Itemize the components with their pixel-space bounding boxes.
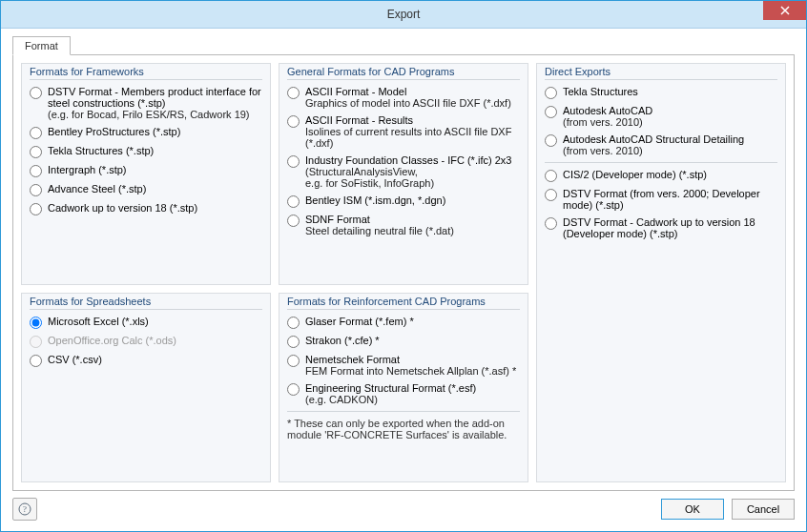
radio-input[interactable] [30, 127, 42, 139]
group-spreadsheets: Formats for Spreadsheets Microsoft Excel… [21, 293, 271, 483]
radio-esf[interactable]: Engineering Structural Format (*.esf) (e… [287, 382, 520, 405]
group-title-cad: General Formats for CAD Programs [287, 66, 520, 80]
radio-label: Microsoft Excel (*.xls) [48, 316, 149, 327]
radio-csv[interactable]: CSV (*.csv) [30, 354, 262, 367]
radio-input[interactable] [30, 184, 42, 196]
svg-text:?: ? [23, 504, 27, 514]
radio-sublabel: (from vers. 2010) [563, 116, 652, 128]
radio-intergraph[interactable]: Intergraph (*.stp) [30, 164, 262, 177]
radio-label: Autodesk AutoCAD [563, 105, 652, 116]
radio-sdnf[interactable]: SDNF Format Steel detailing neutral file… [287, 214, 520, 236]
radio-label: Glaser Format (*.fem) * [305, 316, 414, 327]
reinforcement-footnote: * These can only be exported when the ad… [287, 411, 520, 440]
radio-input[interactable] [545, 87, 557, 99]
window-title: Export [1, 1, 806, 28]
radio-input[interactable] [287, 215, 300, 227]
radio-bentley-prostructures[interactable]: Bentley ProStructures (*.stp) [30, 126, 262, 139]
tab-strip: Format [12, 36, 795, 55]
button-bar: ? OK Cancel [12, 491, 795, 527]
radio-sublabel: (e.g. CADKON) [305, 394, 476, 405]
radio-label: DSTV Format - Members product interface … [48, 86, 262, 109]
radio-autocad[interactable]: Autodesk AutoCAD (from vers. 2010) [545, 105, 777, 128]
radio-input[interactable] [545, 106, 557, 118]
tab-format[interactable]: Format [12, 36, 71, 55]
radio-dstv-members-input[interactable] [30, 87, 42, 99]
radio-excel[interactable]: Microsoft Excel (*.xls) [30, 316, 262, 329]
radio-input[interactable] [545, 217, 557, 230]
radio-input[interactable] [30, 146, 42, 158]
radio-label: Autodesk AutoCAD Structural Detailing [563, 133, 744, 145]
radio-label: Cadwork up to version 18 (*.stp) [48, 202, 197, 214]
radio-label: CIS/2 (Developer mode) (*.stp) [563, 169, 707, 180]
radio-dstv-cadwork-dev[interactable]: DSTV Format - Cadwork up to version 18 (… [545, 216, 777, 239]
radio-label: SDNF Format [305, 214, 454, 225]
radio-input[interactable] [545, 134, 557, 147]
group-cad: General Formats for CAD Programs ASCII F… [279, 63, 528, 285]
client-area: Format Formats for Frameworks DSTV Forma… [1, 29, 806, 531]
close-button[interactable] [763, 1, 806, 20]
radio-label: Strakon (*.cfe) * [305, 335, 380, 346]
radio-label: Bentley ISM (*.ism.dgn, *.dgn) [305, 194, 445, 206]
help-button[interactable]: ? [12, 498, 37, 521]
group-title-direct: Direct Exports [545, 66, 777, 80]
radio-dstv-members[interactable]: DSTV Format - Members product interface … [30, 86, 262, 120]
radio-input[interactable] [30, 317, 42, 329]
radio-dstv-2000[interactable]: DSTV Format (from vers. 2000; Developer … [545, 188, 777, 211]
radio-input[interactable] [287, 383, 300, 396]
radio-input[interactable] [545, 170, 557, 182]
radio-sublabel: (e.g. for Bocad, Frilo ESK/RS, Cadwork 1… [48, 109, 262, 120]
group-title-frameworks: Formats for Frameworks [30, 66, 262, 80]
radio-autocad-sd[interactable]: Autodesk AutoCAD Structural Detailing (f… [545, 133, 777, 156]
radio-input[interactable] [287, 195, 300, 208]
radio-sublabel: Graphics of model into ASCII file DXF (*… [305, 97, 511, 109]
group-reinforcement: Formats for Reinforcement CAD Programs G… [279, 293, 528, 483]
radio-sublabel: Isolines of current results into ASCII f… [305, 126, 520, 149]
radio-label: Engineering Structural Format (*.esf) [305, 382, 476, 394]
format-tab-body: Formats for Frameworks DSTV Format - Mem… [12, 54, 795, 491]
titlebar: Export [1, 1, 806, 29]
radio-nemetschek[interactable]: Nemetschek Format FEM Format into Nemets… [287, 354, 520, 377]
radio-input[interactable] [287, 115, 300, 128]
radio-input[interactable] [30, 355, 42, 367]
radio-sublabel: FEM Format into Nemetschek Allplan (*.as… [305, 365, 516, 377]
radio-label: ASCII Format - Model [305, 86, 511, 97]
radio-sublabel: Steel detailing neutral file (*.dat) [305, 225, 454, 236]
radio-ascii-results[interactable]: ASCII Format - Results Isolines of curre… [287, 114, 520, 149]
close-icon [780, 6, 790, 15]
radio-label: Tekla Structures [563, 86, 638, 97]
radio-tekla-structures-stp[interactable]: Tekla Structures (*.stp) [30, 145, 262, 158]
group-frameworks: Formats for Frameworks DSTV Format - Mem… [21, 63, 271, 285]
radio-tekla-direct[interactable]: Tekla Structures [545, 86, 777, 99]
radio-label: DSTV Format - Cadwork up to version 18 (… [563, 216, 777, 239]
radio-glaser[interactable]: Glaser Format (*.fem) * [287, 316, 520, 329]
radio-label: Industry Foundation Classes - IFC (*.ifc… [305, 154, 511, 166]
radio-ascii-model[interactable]: ASCII Format - Model Graphics of model i… [287, 86, 520, 109]
radio-input[interactable] [545, 189, 557, 201]
group-title-spreadsheets: Formats for Spreadsheets [30, 296, 262, 310]
radio-label: Nemetschek Format [305, 354, 516, 365]
radio-input[interactable] [287, 317, 300, 329]
radio-label: Advance Steel (*.stp) [48, 183, 146, 194]
radio-input[interactable] [30, 203, 42, 215]
radio-input[interactable] [287, 355, 300, 367]
export-dialog: Export Format Formats for Frameworks DST… [0, 0, 807, 532]
radio-openoffice: OpenOffice.org Calc (*.ods) [30, 335, 262, 348]
radio-label: Bentley ProStructures (*.stp) [48, 126, 180, 137]
radio-input[interactable] [30, 165, 42, 177]
radio-ifc[interactable]: Industry Foundation Classes - IFC (*.ifc… [287, 154, 520, 189]
radio-cadwork-18[interactable]: Cadwork up to version 18 (*.stp) [30, 202, 262, 215]
radio-cis2[interactable]: CIS/2 (Developer mode) (*.stp) [545, 169, 777, 182]
ok-button[interactable]: OK [661, 499, 724, 520]
group-title-reinforcement: Formats for Reinforcement CAD Programs [287, 296, 520, 310]
radio-sublabel: (from vers. 2010) [563, 145, 744, 156]
radio-input[interactable] [287, 155, 300, 168]
radio-strakon[interactable]: Strakon (*.cfe) * [287, 335, 520, 348]
radio-label: Tekla Structures (*.stp) [48, 145, 154, 156]
radio-input[interactable] [287, 87, 300, 99]
cancel-button[interactable]: Cancel [732, 499, 795, 520]
help-icon: ? [18, 502, 31, 516]
radio-input[interactable] [287, 336, 300, 348]
radio-advance-steel[interactable]: Advance Steel (*.stp) [30, 183, 262, 196]
radio-label: DSTV Format (from vers. 2000; Developer … [563, 188, 777, 211]
radio-bentley-ism[interactable]: Bentley ISM (*.ism.dgn, *.dgn) [287, 194, 520, 208]
